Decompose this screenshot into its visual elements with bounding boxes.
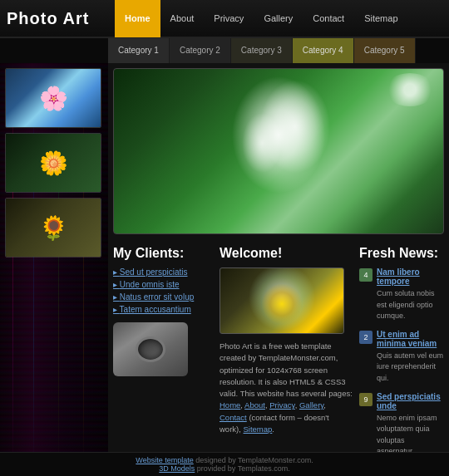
news-column: Fresh News: 4 Nam libero tempore Cum sol… bbox=[359, 246, 444, 469]
news-title: Fresh News: bbox=[359, 246, 444, 261]
sidebar bbox=[0, 63, 108, 476]
news-num-3: 9 bbox=[359, 393, 373, 406]
news-content-3: Sed perspiciatis unde Nemo enim ipsam vo… bbox=[377, 392, 444, 457]
cat-5[interactable]: Category 5 bbox=[354, 38, 416, 63]
news-desc-3: Nemo enim ipsam voluptatem quia voluptas… bbox=[377, 414, 437, 456]
news-title-2[interactable]: Ut enim ad minima veniam bbox=[377, 330, 444, 348]
link-gallery[interactable]: Gallery bbox=[299, 400, 323, 410]
camera-icon bbox=[113, 322, 188, 376]
welcome-image bbox=[220, 267, 344, 334]
cat-1[interactable]: Category 1 bbox=[108, 38, 170, 63]
category-bar: Category 1 Category 2 Category 3 Categor… bbox=[108, 38, 449, 63]
footer-text-4: provided by Templates.com. bbox=[195, 464, 289, 473]
footer: Website template designed by TemplateMon… bbox=[0, 452, 449, 476]
nav-privacy[interactable]: Privacy bbox=[204, 0, 254, 37]
news-content-1: Nam libero tempore Cum soluta nobis est … bbox=[377, 267, 444, 321]
clients-title: My Clients: bbox=[113, 246, 213, 261]
thumbnail-3[interactable] bbox=[5, 198, 101, 258]
link-contact[interactable]: Contact bbox=[220, 413, 247, 422]
footer-template-link[interactable]: Website template bbox=[136, 456, 193, 464]
client-link-3[interactable]: Natus error sit volup bbox=[113, 292, 213, 302]
news-content-2: Ut enim ad minima veniam Quis autem vel … bbox=[377, 330, 444, 384]
client-link-4[interactable]: Tatem accusantium bbox=[113, 305, 213, 314]
news-num-1: 4 bbox=[359, 268, 373, 282]
nav-about[interactable]: About bbox=[160, 0, 205, 37]
logo: Photo Art bbox=[7, 9, 115, 28]
header: Photo Art Home About Privacy Gallery Con… bbox=[0, 0, 449, 38]
cat-3[interactable]: Category 3 bbox=[231, 38, 293, 63]
news-title-3[interactable]: Sed perspiciatis unde bbox=[377, 392, 444, 410]
news-desc-1: Cum soluta nobis est eligendi optio cumq… bbox=[377, 289, 435, 320]
news-item-3: 9 Sed perspiciatis unde Nemo enim ipsam … bbox=[359, 392, 444, 457]
bottom-section: My Clients: Sed ut perspiciatis Unde omn… bbox=[108, 239, 449, 476]
client-link-2[interactable]: Unde omnis iste bbox=[113, 280, 213, 289]
news-title-1[interactable]: Nam libero tempore bbox=[377, 267, 444, 286]
client-link-1[interactable]: Sed ut perspiciatis bbox=[113, 267, 213, 277]
nav-sitemap[interactable]: Sitemap bbox=[354, 0, 407, 37]
news-item-2: 2 Ut enim ad minima veniam Quis autem ve… bbox=[359, 330, 444, 384]
thumbnail-1[interactable] bbox=[5, 68, 101, 128]
news-num-2: 2 bbox=[359, 331, 373, 344]
news-item-1: 4 Nam libero tempore Cum soluta nobis es… bbox=[359, 267, 444, 321]
welcome-title: Welcome! bbox=[220, 246, 353, 261]
hero-image bbox=[113, 68, 444, 234]
link-sitemap[interactable]: Sitemap bbox=[244, 424, 273, 434]
link-about[interactable]: About bbox=[244, 400, 265, 410]
footer-text-2: designed by TemplateMonster.com. bbox=[194, 456, 313, 464]
main-nav: Home About Privacy Gallery Contact Sitem… bbox=[115, 0, 408, 37]
nav-gallery[interactable]: Gallery bbox=[254, 0, 303, 37]
footer-3dmodels-link[interactable]: 3D Models bbox=[159, 464, 195, 473]
news-desc-2: Quis autem vel eum iure reprehenderit qu… bbox=[377, 351, 443, 382]
content-area: My Clients: Sed ut perspiciatis Unde omn… bbox=[108, 63, 449, 476]
nav-home[interactable]: Home bbox=[115, 0, 160, 37]
clients-column: My Clients: Sed ut perspiciatis Unde omn… bbox=[113, 246, 213, 469]
welcome-text: Photo Art is a free web template created… bbox=[220, 341, 353, 435]
cat-2[interactable]: Category 2 bbox=[170, 38, 231, 63]
welcome-column: Welcome! Photo Art is a free web templat… bbox=[220, 246, 353, 469]
thumbnail-2[interactable] bbox=[5, 133, 101, 193]
nav-contact[interactable]: Contact bbox=[303, 0, 354, 37]
link-home[interactable]: Home bbox=[220, 400, 240, 410]
cat-4[interactable]: Category 4 bbox=[293, 38, 354, 63]
main-content: My Clients: Sed ut perspiciatis Unde omn… bbox=[0, 63, 449, 476]
link-privacy[interactable]: Privacy bbox=[269, 400, 294, 410]
